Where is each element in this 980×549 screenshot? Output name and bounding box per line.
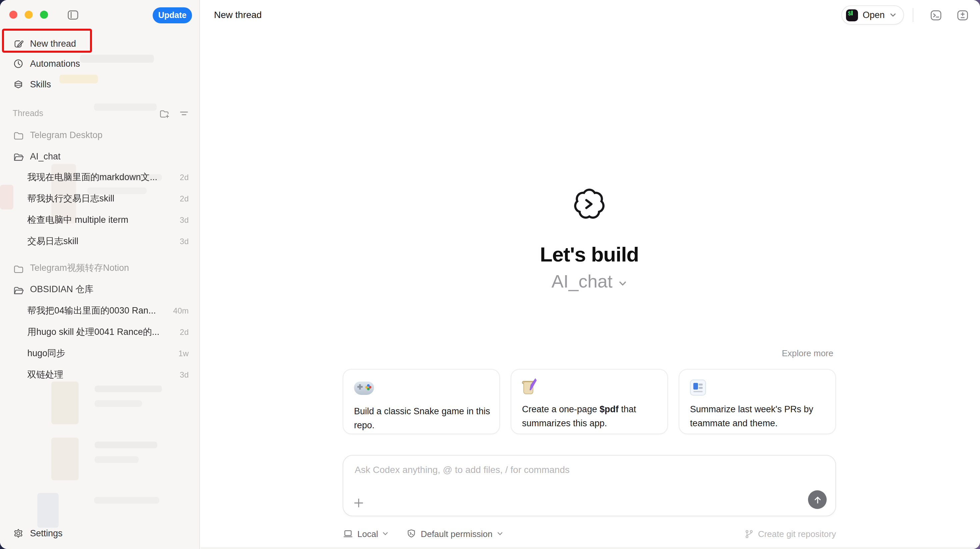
composer-placeholder: Ask Codex anything, @ to add files, / fo… (355, 464, 570, 475)
minimize-window-button[interactable] (25, 11, 33, 19)
project-name: AI_chat (551, 271, 612, 292)
folder-obsidian[interactable]: OBSIDIAN 仓库 (0, 279, 199, 300)
chevron-down-icon (382, 530, 389, 537)
suggestion-card-prs[interactable]: Summarize last week's PRs by teammate an… (679, 369, 836, 434)
environment-selector[interactable]: Local (343, 528, 389, 539)
folder-ai-chat[interactable]: AI_chat (0, 145, 199, 167)
folder-icon (13, 129, 24, 140)
thread-item[interactable]: 检查电脑中 multiple iterm 3d (0, 209, 199, 231)
sidebar-item-label: Skills (30, 80, 51, 89)
sidebar-item-settings[interactable]: Settings (0, 523, 199, 543)
update-button[interactable]: Update (153, 7, 192, 23)
thread-item[interactable]: 帮我把04输出里面的0030 Ran... 40m (0, 300, 199, 322)
permission-selector[interactable]: Default permission (406, 528, 503, 539)
folder-telegram-notion[interactable]: Telegram视频转存Notion (0, 257, 199, 279)
composer-input[interactable]: Ask Codex anything, @ to add files, / fo… (343, 455, 836, 516)
sidebar-item-automations[interactable]: Automations (0, 53, 199, 74)
create-git-repo-button[interactable]: Create git repository (744, 529, 836, 539)
desktop: Update New thread Automations Skills (0, 0, 980, 549)
suggestion-card-snake[interactable]: Build a classic Snake game in this repo. (343, 369, 500, 434)
terminal-thumb-icon: $ (846, 9, 858, 21)
thread-item[interactable]: 用hugo skill 处理0041 Rance的... 2d (0, 322, 199, 343)
terminal-panel-icon[interactable] (929, 8, 943, 22)
sidebar-item-skills[interactable]: Skills (0, 74, 199, 95)
scroll-quill-emoji (522, 380, 657, 396)
project-selector[interactable]: AI_chat (343, 271, 836, 292)
hero: Let's build AI_chat (343, 184, 836, 292)
game-controller-emoji (354, 381, 488, 397)
sidebar-nav: New thread Automations Skills (0, 31, 199, 95)
close-window-button[interactable] (10, 11, 18, 19)
thread-time: 2d (174, 173, 189, 182)
chevron-down-icon (618, 279, 627, 288)
thread-tree: Telegram Desktop AI_chat 我现在电脑里面的markdow… (0, 124, 199, 386)
window-controls (10, 11, 48, 19)
threads-header-label: Threads (13, 109, 43, 118)
send-button[interactable] (808, 490, 827, 509)
new-folder-icon[interactable] (159, 108, 170, 119)
folder-icon (13, 262, 24, 274)
thread-time: 1w (173, 349, 189, 358)
codex-app-window: Update New thread Automations Skills (0, 0, 980, 549)
sidebar-item-label: New thread (30, 38, 76, 48)
suggestion-cards: Build a classic Snake game in this repo.… (343, 369, 836, 434)
skills-icon (13, 79, 24, 90)
threads-header: Threads (0, 105, 199, 122)
toolbar-divider (913, 8, 913, 22)
filter-icon[interactable] (179, 108, 189, 119)
pr-summary-icon (690, 380, 825, 396)
explore-more-link[interactable]: Explore more (782, 348, 833, 358)
suggestion-card-pdf[interactable]: Create a one-page $pdf that summarizes t… (511, 369, 668, 434)
page-title: New thread (214, 10, 262, 20)
thread-item[interactable]: hugo同步 1w (0, 343, 199, 364)
folder-open-icon (13, 150, 24, 162)
new-thread-icon (13, 38, 24, 49)
center-column: Let's build AI_chat Explore more Build a… (343, 0, 836, 549)
thread-time: 3d (174, 215, 189, 225)
thread-item[interactable]: 我现在电脑里面的markdown文... 2d (0, 167, 199, 188)
thread-time: 2d (174, 327, 189, 337)
zoom-window-button[interactable] (40, 11, 48, 19)
thread-time: 40m (168, 306, 189, 316)
sidebar: Update New thread Automations Skills (0, 0, 200, 549)
clock-icon (13, 58, 24, 69)
thread-time: 2d (174, 194, 189, 203)
sidebar-toggle-icon[interactable] (67, 9, 80, 21)
shield-terminal-icon (406, 528, 417, 539)
folder-open-icon (13, 284, 24, 295)
sidebar-item-new-thread[interactable]: New thread (0, 34, 199, 53)
gear-icon (13, 527, 24, 539)
open-in-editor-button[interactable]: $ Open (842, 5, 904, 25)
attach-plus-icon[interactable] (353, 497, 365, 509)
thread-time: 3d (174, 237, 189, 246)
settings-label: Settings (30, 528, 63, 538)
codex-logo-icon (570, 184, 609, 223)
thread-item[interactable]: 帮我执行交易日志skill 2d (0, 188, 199, 209)
sidebar-item-label: Automations (30, 59, 80, 69)
thread-item[interactable]: 交易日志skill 3d (0, 231, 199, 252)
thread-item[interactable]: 双链处理 3d (0, 364, 199, 386)
thread-time: 3d (174, 370, 189, 380)
diff-panel-icon[interactable] (956, 8, 969, 22)
window-bottom-edge (200, 547, 980, 549)
composer-footer: Local Default permission Create git repo… (343, 525, 836, 542)
hero-title: Let's build (343, 243, 836, 267)
git-branch-icon (744, 529, 754, 539)
folder-telegram-desktop[interactable]: Telegram Desktop (0, 124, 199, 145)
laptop-icon (343, 528, 353, 539)
main-area: New thread $ Open (200, 0, 980, 549)
chevron-down-icon (889, 11, 897, 19)
chevron-down-icon (496, 530, 503, 537)
